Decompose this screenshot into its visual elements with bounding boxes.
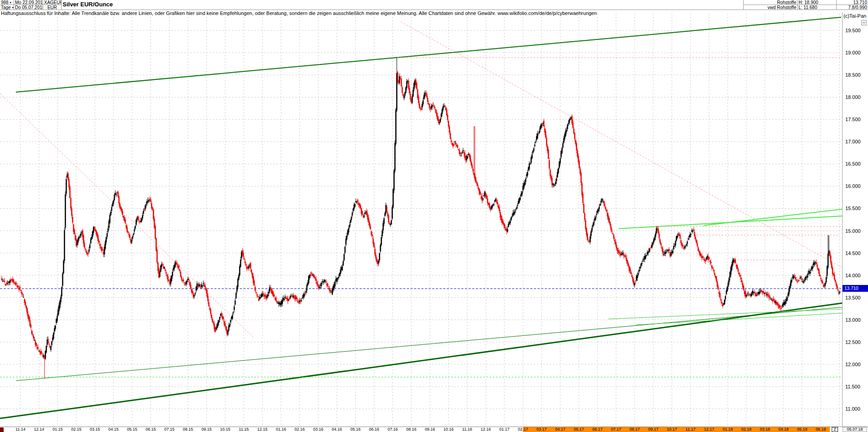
- price-tick-label: 14.000: [845, 273, 861, 278]
- minimize-icon[interactable]: [861, 20, 867, 25]
- price-tick-label: 12.000: [845, 362, 861, 367]
- disclaimer-body: Haftungsausschluss für Inhalte: Alle Tre…: [1, 10, 496, 16]
- date-tick-label: 07.16: [385, 427, 400, 432]
- date-tick-label: 09.16: [422, 427, 438, 432]
- date-tick-label: 03.18: [757, 427, 773, 432]
- period-dropdown[interactable]: Tage ▾: [0, 5, 14, 10]
- date-tick-label: 12.15: [255, 427, 270, 432]
- price-tick-label: 16.000: [845, 183, 861, 189]
- date-tick-label: 03.15: [87, 427, 103, 432]
- price-tick-label: 17.000: [845, 139, 861, 144]
- wikifolio-link[interactable]: www.wikifolio.com/de/de/p/cyberwaehrunge…: [498, 10, 597, 16]
- last-price-tag: 13.710: [843, 285, 868, 292]
- period-low: L: 11.680: [798, 5, 837, 10]
- price-tick-label: 12.500: [845, 339, 861, 345]
- date-tick-label: 06.16: [366, 427, 382, 432]
- date-tick-label: 02.18: [739, 427, 754, 432]
- date-tick-label: 09.17: [646, 427, 661, 432]
- candlesticks: [2, 57, 840, 378]
- downtrend-left: [0, 93, 254, 338]
- channel-mid-green-thin: [16, 307, 842, 381]
- disclaimer-text: Haftungsausschluss für Inhalte: Alle Tre…: [1, 10, 727, 16]
- price-tick-label: 17.500: [845, 117, 861, 122]
- date-tick-label: 12.16: [478, 427, 493, 432]
- grid-lines: [0, 14, 842, 427]
- date-tick-label: 01.16: [273, 427, 289, 432]
- date-tick-label: 03.16: [311, 427, 326, 432]
- date-tick-label: 06.17: [590, 427, 605, 432]
- date-tick-label: 05.15: [124, 427, 140, 432]
- price-tick-label: 11.500: [845, 384, 860, 389]
- date-tick-label: 05.16: [348, 427, 363, 432]
- date-tick-label: 08.17: [627, 427, 642, 432]
- date-tick-label: 10.17: [664, 427, 680, 432]
- data-source: Rohstoffe: [743, 0, 798, 5]
- price-tick-label: 13.500: [845, 295, 861, 300]
- date-tick-label: 03.17: [534, 427, 549, 432]
- date-tick-label: 12.17: [701, 427, 717, 432]
- date-tick-label: 04.17: [552, 427, 568, 432]
- price-tick-label: 15.500: [845, 206, 861, 211]
- date-tick-label: 01.18: [720, 427, 735, 432]
- end-date-label: 05.07.18: [843, 427, 867, 432]
- date-tick-label: 11.15: [236, 427, 252, 432]
- chart-header: 988 ▾ Tage ▾ Mo 22.09.2014 Do 05.07.2018…: [0, 0, 868, 10]
- price-chart-plot[interactable]: [0, 13, 843, 427]
- corner-marker: [0, 427, 4, 432]
- zoom-marker[interactable]: Z: [832, 427, 838, 432]
- taipan-chart-window: 988 ▾ Tage ▾ Mo 22.09.2014 Do 05.07.2018…: [0, 0, 868, 432]
- date-tick-label: 01.15: [50, 427, 65, 432]
- date-tick-label: 10.16: [441, 427, 456, 432]
- date-tick-label: 08.16: [404, 427, 419, 432]
- date-tick-label: 12.14: [31, 427, 47, 432]
- symbol: XAGEUR: [43, 0, 62, 5]
- price-tick-label: 11.000: [845, 406, 860, 412]
- channel-top-green: [16, 17, 841, 92]
- instrument-title: Silver EUR/Ounce: [63, 1, 113, 8]
- price-tick-label: 19.500: [845, 28, 861, 33]
- date-tick-label: 11.16: [459, 427, 475, 432]
- date-tick-label: 06.15: [143, 427, 158, 432]
- price-tick-label: 19.000: [845, 50, 861, 55]
- date-tick-label: 02.16: [292, 427, 307, 432]
- last-value: 13.710: [837, 0, 868, 5]
- date-tick-label: 08.15: [180, 427, 196, 432]
- date-tick-label: 11.17: [683, 427, 698, 432]
- price-tick-label: 15.000: [845, 228, 861, 234]
- date-tick-label: 09.15: [199, 427, 214, 432]
- time-axis[interactable]: Z 05.07.18 11.1412.1401.1502.1503.1504.1…: [0, 427, 868, 432]
- trend-lines: [0, 17, 842, 418]
- date-tick-label: 02.15: [69, 427, 84, 432]
- bars-count-dropdown[interactable]: 988 ▾: [0, 0, 14, 5]
- date-tick-label: 10.15: [217, 427, 233, 432]
- currency: EUR: [43, 5, 62, 10]
- date-tick-label: 05.17: [571, 427, 587, 432]
- price-tick-label: 16.500: [845, 161, 861, 167]
- price-axis[interactable]: 19.50019.00018.50018.00017.50017.00016.5…: [843, 0, 868, 432]
- date-tick-label: 07.15: [162, 427, 177, 432]
- chevron-down-icon: ▾: [12, 6, 14, 9]
- price-tick-label: 13.000: [845, 317, 861, 323]
- date-tick-label: 04.16: [329, 427, 345, 432]
- date-tick-label: 05.18: [794, 427, 810, 432]
- date-tick-label: 04.18: [776, 427, 791, 432]
- copyright-label: (c)Tai-Pan: [843, 13, 866, 19]
- support-bright-2: [636, 313, 842, 325]
- date-tick-label: 01.17: [497, 427, 512, 432]
- data-source-2: vwd Rohstoffe: [743, 5, 798, 10]
- price-tick-label: 18.000: [845, 94, 861, 100]
- date-tick-label: 02.17: [515, 427, 531, 432]
- price-tick-label: 14.500: [845, 250, 861, 256]
- date-to: Do 05.07.2018: [14, 5, 43, 10]
- date-tick-label: 04.15: [106, 427, 121, 432]
- period-high: H: 18.900: [798, 0, 837, 5]
- date-from: Mo 22.09.2014: [14, 0, 43, 5]
- price-tick-label: 18.500: [845, 72, 861, 78]
- date-tick-label: 07.17: [608, 427, 624, 432]
- date-tick-label: 11.14: [13, 427, 28, 432]
- change-value: 7.8/0.990: [837, 5, 868, 10]
- date-tick-label: 06.18: [813, 427, 829, 432]
- chevron-down-icon: ▾: [10, 1, 11, 4]
